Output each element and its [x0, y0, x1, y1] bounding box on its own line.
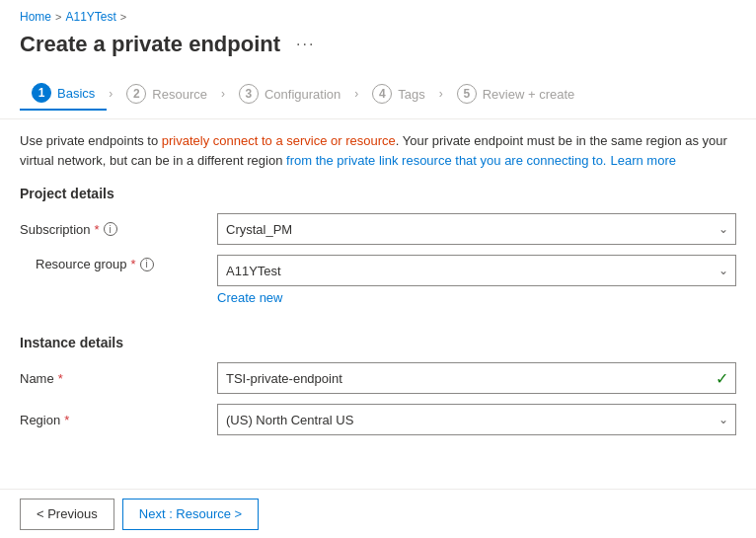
info-highlight1: privately connect to a service or resour…	[162, 133, 396, 148]
step-review[interactable]: 5 Review + create	[445, 78, 587, 110]
region-dropdown[interactable]: (US) North Central US	[217, 404, 736, 435]
subscription-info-icon[interactable]: i	[104, 222, 117, 236]
breadcrumb-sep1: >	[55, 11, 61, 23]
step-configuration[interactable]: 3 Configuration	[227, 78, 352, 110]
subscription-control: Crystal_PM ⌄	[217, 213, 736, 245]
subscription-required: *	[95, 222, 100, 237]
step-resource[interactable]: 2 Resource	[114, 78, 219, 110]
step-sep-1: ›	[107, 87, 114, 101]
step-5-circle: 5	[457, 84, 477, 104]
ellipsis-menu-button[interactable]: ···	[290, 34, 321, 55]
step-1-circle: 1	[32, 83, 51, 103]
step-2-circle: 2	[126, 84, 146, 104]
instance-details-section: Instance details Name * ✓ Region * (US) …	[0, 323, 756, 435]
region-control: (US) North Central US ⌄	[217, 404, 736, 435]
page-title: Create a private endpoint	[20, 32, 280, 57]
step-sep-3: ›	[352, 87, 360, 101]
step-tags[interactable]: 4 Tags	[360, 78, 436, 110]
subscription-dropdown[interactable]: Crystal_PM	[217, 213, 736, 245]
name-row: Name * ✓	[20, 362, 736, 394]
region-required: *	[64, 413, 69, 427]
resource-group-required: *	[131, 257, 136, 271]
instance-details-title: Instance details	[20, 335, 736, 350]
step-sep-2: ›	[219, 87, 227, 101]
name-label: Name *	[20, 371, 217, 386]
breadcrumb-test[interactable]: A11YTest	[65, 10, 115, 24]
name-control: ✓	[217, 362, 736, 394]
region-row: Region * (US) North Central US ⌄	[20, 404, 736, 435]
step-4-circle: 4	[372, 84, 392, 104]
step-3-label: Configuration	[265, 87, 340, 102]
resource-group-label: Resource group	[36, 257, 127, 271]
step-basics[interactable]: 1 Basics	[20, 77, 107, 111]
resource-group-row: Resource group * i A11YTest ⌄ Create new	[20, 255, 736, 305]
step-sep-4: ›	[437, 87, 445, 101]
subscription-row: Subscription * i Crystal_PM ⌄	[20, 213, 736, 245]
step-5-label: Review + create	[483, 87, 575, 102]
info-text: Use private endpoints to privately conne…	[20, 131, 736, 170]
project-details-section: Project details Subscription * i Crystal…	[0, 186, 756, 323]
subscription-label: Subscription * i	[20, 222, 217, 237]
step-4-label: Tags	[398, 87, 424, 102]
breadcrumb-sep2: >	[120, 11, 126, 23]
previous-button[interactable]: < Previous	[20, 499, 114, 530]
resource-group-label-col: Resource group * i	[20, 255, 217, 271]
wizard-steps: 1 Basics › 2 Resource › 3 Configuration …	[0, 69, 756, 119]
resource-group-info-icon[interactable]: i	[140, 258, 154, 271]
name-valid-icon: ✓	[716, 369, 728, 388]
learn-more-link[interactable]: Learn more	[610, 153, 675, 168]
name-required: *	[58, 371, 63, 386]
resource-group-control: A11YTest ⌄ Create new	[217, 255, 736, 305]
name-input[interactable]	[217, 362, 736, 394]
footer-bar: < Previous Next : Resource >	[0, 489, 756, 538]
project-details-title: Project details	[20, 186, 736, 201]
step-2-label: Resource	[152, 87, 207, 102]
region-label: Region *	[20, 413, 217, 427]
breadcrumb-home[interactable]: Home	[20, 10, 51, 24]
resource-group-dropdown[interactable]: A11YTest	[217, 255, 736, 286]
info-part1: Use private endpoints to	[20, 133, 162, 148]
info-highlight2: from the private link resource that you …	[286, 153, 606, 168]
step-3-circle: 3	[239, 84, 259, 104]
create-new-link[interactable]: Create new	[217, 290, 736, 305]
next-button[interactable]: Next : Resource >	[122, 499, 259, 530]
breadcrumb: Home > A11YTest >	[0, 0, 756, 28]
step-1-label: Basics	[57, 86, 95, 101]
